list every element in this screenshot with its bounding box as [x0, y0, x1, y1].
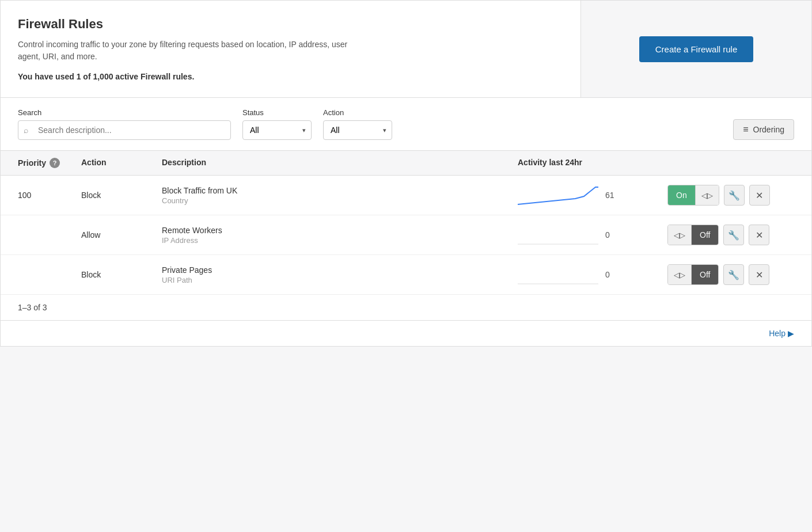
help-link[interactable]: Help ▶ [769, 329, 794, 338]
actions-cell: On ◁▷ 🔧 ✕ [667, 185, 794, 206]
activity-chart [518, 185, 598, 206]
description-cell: Remote Workers IP Address [162, 226, 518, 245]
col-description-header: Description [162, 158, 518, 168]
wrench-icon: 🔧 [728, 190, 740, 201]
ordering-button[interactable]: ≡ Ordering [733, 119, 794, 140]
col-activity-header: Activity last 24hr [518, 158, 667, 168]
search-icon: ⌕ [24, 126, 28, 135]
search-label: Search [18, 108, 231, 117]
filter-section: Search ⌕ Status All Active Inactive ▾ Ac… [1, 98, 811, 151]
edit-rule-button[interactable]: 🔧 [724, 185, 745, 206]
status-group: Status All Active Inactive ▾ [242, 108, 312, 140]
status-select-wrapper: All Active Inactive ▾ [242, 120, 312, 140]
toggle-off[interactable]: ◁▷ Off [667, 264, 719, 285]
close-icon: ✕ [756, 269, 763, 280]
code-icon: ◁▷ [674, 231, 685, 240]
actions-cell: ◁▷ Off 🔧 ✕ [667, 225, 794, 245]
col-priority: Priority ? [18, 158, 81, 168]
activity-cell: 0 [518, 264, 667, 285]
rule-sub: IP Address [162, 236, 518, 245]
description-cell: Private Pages URI Path [162, 265, 518, 284]
wrench-icon: 🔧 [728, 269, 739, 280]
table-header: Priority ? Action Description Activity l… [1, 151, 811, 176]
table-row: 100 Block Block Traffic from UK Country … [1, 176, 811, 215]
actions-cell: ◁▷ Off 🔧 ✕ [667, 264, 794, 285]
rule-name: Remote Workers [162, 226, 518, 235]
action-cell: Allow [81, 230, 162, 240]
rule-sub: Country [162, 196, 518, 205]
col-action-header: Action [81, 158, 162, 168]
footer-row: Help ▶ [1, 321, 811, 346]
toggle-code-button[interactable]: ◁▷ [695, 185, 719, 205]
activity-cell: 61 [518, 185, 667, 206]
delete-rule-button[interactable]: ✕ [749, 185, 770, 206]
edit-rule-button[interactable]: 🔧 [723, 225, 744, 245]
table-section: Priority ? Action Description Activity l… [1, 151, 811, 295]
activity-cell: 0 [518, 225, 667, 245]
toggle-on[interactable]: On ◁▷ [667, 185, 719, 206]
help-label: Help [769, 329, 786, 338]
activity-chart [518, 225, 598, 245]
status-label: Status [242, 108, 312, 117]
close-icon: ✕ [756, 230, 763, 241]
rule-name: Block Traffic from UK [162, 186, 518, 195]
action-cell: Block [81, 191, 162, 200]
action-select-wrapper: All Block Allow Challenge ▾ [323, 120, 392, 140]
rule-sub: URI Path [162, 276, 518, 284]
header-left: Firewall Rules Control incoming traffic … [1, 1, 581, 97]
action-cell: Block [81, 270, 162, 279]
page-description: Control incoming traffic to your zone by… [18, 39, 352, 63]
status-select[interactable]: All Active Inactive [242, 120, 312, 140]
code-icon: ◁▷ [674, 271, 685, 279]
toggle-off[interactable]: ◁▷ Off [667, 225, 719, 245]
edit-rule-button[interactable]: 🔧 [723, 264, 744, 285]
search-group: Search ⌕ [18, 108, 231, 140]
priority-cell: 100 [18, 191, 81, 200]
priority-help-icon[interactable]: ? [50, 158, 60, 168]
col-controls-header [667, 158, 794, 168]
wrench-icon: 🔧 [728, 230, 739, 241]
activity-count: 0 [605, 230, 619, 240]
activity-count: 61 [605, 191, 619, 200]
toggle-code-button[interactable]: ◁▷ [668, 225, 692, 245]
activity-chart [518, 264, 598, 285]
table-row: Allow Remote Workers IP Address 0 ◁▷ Off [1, 215, 811, 255]
delete-rule-button[interactable]: ✕ [749, 225, 769, 245]
close-icon: ✕ [756, 190, 763, 201]
action-select[interactable]: All Block Allow Challenge [323, 120, 392, 140]
pagination-text: 1–3 of 3 [18, 303, 47, 312]
action-group: Action All Block Allow Challenge ▾ [323, 108, 392, 140]
rule-name: Private Pages [162, 265, 518, 275]
toggle-off-label: Off [692, 265, 718, 284]
search-input[interactable] [18, 120, 231, 140]
header-section: Firewall Rules Control incoming traffic … [1, 1, 811, 98]
description-cell: Block Traffic from UK Country [162, 186, 518, 205]
page-title: Firewall Rules [18, 17, 563, 32]
header-right: Create a Firewall rule [581, 1, 811, 97]
ordering-label: Ordering [753, 125, 784, 134]
search-wrapper: ⌕ [18, 120, 231, 140]
toggle-on-label: On [668, 185, 695, 205]
action-label: Action [323, 108, 392, 117]
code-icon: ◁▷ [701, 191, 713, 200]
usage-info: You have used 1 of 1,000 active Firewall… [18, 72, 563, 81]
activity-count: 0 [605, 270, 619, 279]
help-arrow-icon: ▶ [788, 329, 794, 338]
pagination-row: 1–3 of 3 [1, 295, 811, 321]
delete-rule-button[interactable]: ✕ [749, 264, 769, 285]
priority-header: Priority [18, 158, 46, 168]
create-firewall-rule-button[interactable]: Create a Firewall rule [639, 36, 754, 62]
toggle-off-label: Off [692, 225, 718, 245]
table-row: Block Private Pages URI Path 0 ◁▷ Off [1, 255, 811, 295]
toggle-code-button[interactable]: ◁▷ [668, 265, 692, 284]
ordering-icon: ≡ [743, 124, 748, 135]
